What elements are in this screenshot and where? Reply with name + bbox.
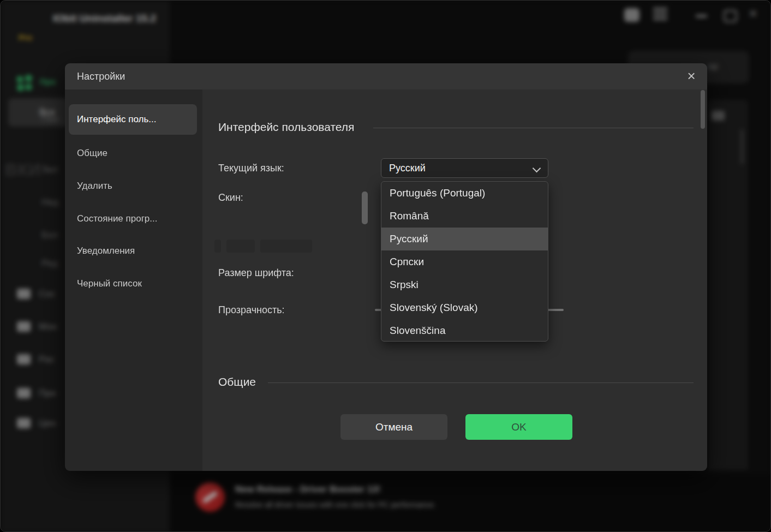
dialog-scrollbar-thumb[interactable]	[701, 90, 705, 129]
skin-thumbnail	[226, 240, 255, 253]
sidebar-item-uninstall[interactable]: Удалить	[77, 175, 197, 197]
sidebar-item-general[interactable]: Общие	[77, 142, 197, 164]
divider	[268, 382, 694, 383]
language-dropdown-list: Português (Portugal) Română Русский Српс…	[381, 181, 548, 342]
opacity-label: Прозрачность:	[218, 300, 285, 320]
divider	[373, 128, 694, 128]
settings-sidebar: Интерфейс поль... Общие Удалить Состояни…	[65, 89, 202, 471]
dropdown-option-russian[interactable]: Русский	[381, 228, 548, 250]
skin-thumbnail	[214, 240, 221, 253]
skin-label: Скин:	[218, 188, 243, 207]
cancel-button[interactable]: Отмена	[340, 414, 447, 440]
font-size-label: Размер шрифта:	[218, 263, 294, 283]
settings-content: Интерфейс пользователя Текущий язык: Рус…	[202, 89, 707, 471]
ok-button[interactable]: OK	[465, 414, 572, 440]
settings-dialog: Настройки × Интерфейс поль... Общие Удал…	[65, 63, 707, 471]
current-language-label: Текущий язык:	[218, 158, 284, 178]
chevron-down-icon	[533, 164, 541, 173]
dropdown-option-slovensky[interactable]: Slovenský (Slovak)	[381, 296, 548, 319]
dropdown-option-romana[interactable]: Română	[381, 205, 548, 228]
close-icon[interactable]: ×	[683, 68, 700, 85]
dropdown-option-slovenscina[interactable]: Slovenščina	[381, 319, 548, 342]
language-select-value: Русский	[389, 159, 426, 177]
dialog-titlebar	[65, 63, 707, 89]
section-title-user-interface: Интерфейс пользователя	[218, 121, 354, 134]
dropdown-option-portugues[interactable]: Português (Portugal)	[381, 182, 548, 205]
dropdown-option-srpski-cyr[interactable]: Српски	[381, 250, 548, 273]
skin-thumbnail	[260, 240, 312, 253]
dropdown-option-srpski-lat[interactable]: Srpski	[381, 273, 548, 296]
app-window: IObit Uninstaller 15.2 Pro × Про Все ВКИ…	[0, 0, 771, 532]
sidebar-item-blacklist[interactable]: Черный список	[77, 273, 197, 295]
sidebar-item-program-status[interactable]: Состояние прогр...	[77, 208, 197, 230]
sidebar-item-user-interface[interactable]: Интерфейс поль...	[69, 104, 197, 135]
dialog-title: Настройки	[77, 63, 125, 89]
sidebar-item-notifications[interactable]: Уведомления	[77, 240, 197, 262]
section-title-general: Общие	[218, 375, 256, 388]
dropdown-scrollbar-thumb[interactable]	[362, 192, 368, 224]
language-select[interactable]: Русский	[381, 158, 548, 178]
